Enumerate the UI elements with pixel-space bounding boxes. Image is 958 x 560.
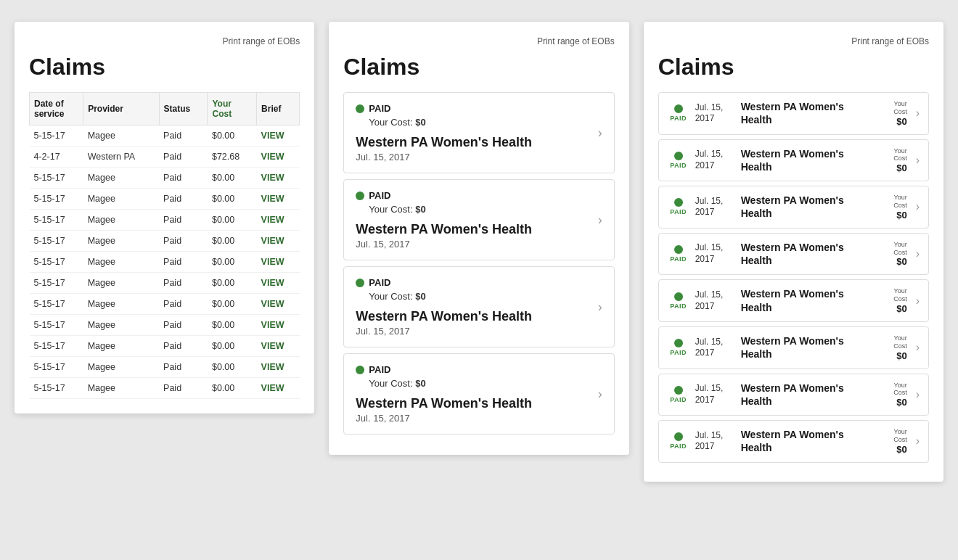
row-cost-amount: $0	[875, 210, 907, 221]
claim-card[interactable]: PAID Your Cost: $0 Western PA Women's He…	[343, 353, 614, 435]
view-link[interactable]: VIEW	[257, 210, 300, 231]
row-cost-amount: $0	[875, 162, 907, 173]
cell-status: Paid	[159, 378, 208, 399]
chevron-right-icon: ›	[916, 388, 920, 401]
chevron-right-icon: ›	[916, 435, 920, 448]
claim-row[interactable]: PAID Jul. 15,2017 Western PA Women's Hea…	[658, 279, 929, 322]
claim-card[interactable]: PAID Your Cost: $0 Western PA Women's He…	[343, 179, 614, 260]
card-status-label: PAID	[369, 277, 390, 288]
cell-date: 5-15-17	[30, 210, 83, 231]
row-date: Jul. 15,2017	[695, 430, 735, 453]
card-cost-row: Your Cost: $0	[356, 291, 590, 302]
row-cost-amount: $0	[875, 116, 907, 127]
claim-card[interactable]: PAID Your Cost: $0 Western PA Women's He…	[343, 266, 614, 347]
card-status-row: PAID	[356, 277, 590, 288]
card-cost-row: Your Cost: $0	[356, 204, 590, 215]
col-provider: Provider	[83, 93, 159, 125]
panel3-title: Claims	[658, 54, 929, 81]
row-provider: Western PA Women's Health	[741, 147, 869, 173]
cell-date: 5-15-17	[30, 125, 83, 147]
row-provider: Western PA Women's Health	[741, 100, 869, 126]
col-your-cost: YourCost	[208, 93, 257, 125]
view-link[interactable]: VIEW	[257, 336, 300, 357]
cell-provider: Magee	[83, 378, 159, 399]
row-status-col: PAID	[668, 292, 689, 310]
cell-date: 5-15-17	[30, 252, 83, 273]
status-dot-icon	[674, 432, 683, 441]
cell-date: 5-15-17	[30, 378, 83, 399]
cell-provider: Magee	[83, 294, 159, 315]
row-status-col: PAID	[668, 386, 689, 403]
claim-card[interactable]: PAID Your Cost: $0 Western PA Women's He…	[343, 92, 614, 173]
chevron-right-icon: ›	[916, 341, 920, 354]
claims-table: Date ofservice Provider Status YourCost …	[29, 92, 300, 399]
card-cost-amount: $0	[415, 117, 425, 128]
view-link[interactable]: VIEW	[257, 231, 300, 252]
paid-badge: PAID	[670, 396, 687, 403]
cell-date: 5-15-17	[30, 189, 83, 210]
view-link[interactable]: VIEW	[257, 357, 300, 378]
claim-row[interactable]: PAID Jul. 15,2017 Western PA Women's Hea…	[658, 326, 929, 369]
row-date: Jul. 15,2017	[695, 102, 735, 125]
card-cost-amount: $0	[415, 291, 425, 302]
row-status-col: PAID	[668, 432, 689, 450]
cell-date: 5-15-17	[30, 294, 83, 315]
card-status-label: PAID	[369, 190, 390, 201]
view-link[interactable]: VIEW	[257, 168, 300, 189]
card-provider: Western PA Women's Health	[356, 396, 590, 411]
cell-status: Paid	[159, 357, 208, 378]
claim-row[interactable]: PAID Jul. 15,2017 Western PA Women's Hea…	[658, 139, 929, 182]
cell-cost: $0.00	[208, 357, 257, 378]
card-cost-amount: $0	[415, 204, 425, 215]
col-brief: Brief	[257, 93, 300, 125]
cell-status: Paid	[159, 147, 208, 168]
row-provider: Western PA Women's Health	[741, 334, 869, 361]
paid-badge: PAID	[670, 162, 687, 169]
view-link[interactable]: VIEW	[257, 273, 300, 294]
paid-badge: PAID	[670, 115, 687, 122]
paid-badge: PAID	[670, 208, 687, 215]
cell-provider: Magee	[83, 168, 159, 189]
row-date: Jul. 15,2017	[695, 289, 735, 312]
card-content: PAID Your Cost: $0 Western PA Women's He…	[356, 277, 590, 337]
claim-row[interactable]: PAID Jul. 15,2017 Western PA Women's Hea…	[658, 420, 929, 463]
table-row: 5-15-17 Magee Paid $0.00 VIEW	[30, 273, 300, 294]
claim-row[interactable]: PAID Jul. 15,2017 Western PA Women's Hea…	[658, 92, 929, 135]
card-status-label: PAID	[369, 103, 390, 114]
paid-badge: PAID	[670, 302, 687, 310]
status-dot-icon	[674, 104, 683, 113]
chevron-right-icon: ›	[916, 107, 920, 120]
claim-row[interactable]: PAID Jul. 15,2017 Western PA Women's Hea…	[658, 186, 929, 228]
row-date: Jul. 15,2017	[695, 242, 735, 265]
row-date: Jul. 15,2017	[695, 196, 735, 218]
table-header-row: Date ofservice Provider Status YourCost …	[30, 93, 300, 125]
view-link[interactable]: VIEW	[257, 315, 300, 336]
cell-date: 5-15-17	[30, 336, 83, 357]
claim-row[interactable]: PAID Jul. 15,2017 Western PA Women's Hea…	[658, 233, 929, 276]
row-cost-col: YourCost $0	[875, 334, 907, 361]
card-cost-amount: $0	[415, 378, 425, 389]
card-date: Jul. 15, 2017	[356, 152, 590, 162]
view-link[interactable]: VIEW	[257, 147, 300, 168]
panel-table: Print range of EOBs Claims Date ofservic…	[15, 22, 314, 413]
row-cost-label: YourCost	[875, 241, 907, 257]
cell-status: Paid	[159, 294, 208, 315]
view-link[interactable]: VIEW	[257, 189, 300, 210]
view-link[interactable]: VIEW	[257, 252, 300, 273]
status-dot-icon	[674, 245, 683, 254]
cell-provider: Magee	[83, 252, 159, 273]
chevron-right-icon: ›	[598, 387, 602, 402]
row-cost-col: YourCost $0	[875, 428, 907, 455]
view-link[interactable]: VIEW	[257, 294, 300, 315]
cell-date: 5-15-17	[30, 231, 83, 252]
chevron-right-icon: ›	[916, 295, 920, 308]
panel1-title: Claims	[29, 54, 300, 81]
claim-row[interactable]: PAID Jul. 15,2017 Western PA Women's Hea…	[658, 374, 929, 416]
view-link[interactable]: VIEW	[257, 378, 300, 399]
row-status-col: PAID	[668, 104, 689, 122]
table-row: 5-15-17 Magee Paid $0.00 VIEW	[30, 294, 300, 315]
view-link[interactable]: VIEW	[257, 125, 300, 147]
cell-status: Paid	[159, 125, 208, 147]
cell-cost: $0.00	[208, 378, 257, 399]
table-row: 5-15-17 Magee Paid $0.00 VIEW	[30, 336, 300, 357]
